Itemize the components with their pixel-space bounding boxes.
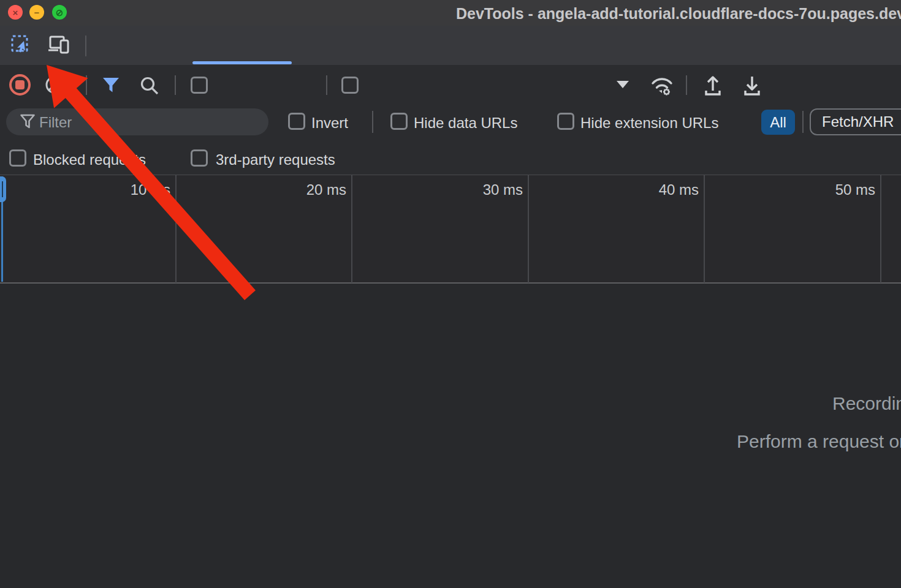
active-tab-indicator: [192, 61, 292, 64]
inspect-element-button[interactable]: [10, 34, 31, 58]
hide-extension-urls-label: Hide extension URLs: [580, 115, 718, 132]
timeline-gridline: [175, 175, 177, 283]
close-window-button[interactable]: ×: [8, 5, 23, 20]
blocked-requests-checkbox[interactable]: [9, 149, 26, 167]
download-icon: [741, 74, 763, 97]
export-har-button[interactable]: [741, 74, 763, 100]
timeline-tick-50ms: 50 ms: [783, 181, 875, 198]
toolbar-separator: [86, 75, 87, 95]
overview-drag-handle[interactable]: [0, 176, 6, 202]
blocked-requests-label: Blocked requests: [33, 151, 146, 168]
network-toolbar: Preserve log Disable cache No throttling: [0, 65, 901, 104]
record-stop-icon: [9, 74, 31, 96]
hide-extension-urls-checkbox[interactable]: [557, 113, 574, 130]
minimize-window-button[interactable]: −: [29, 5, 44, 20]
timeline-gridline: [528, 175, 529, 283]
devtools-window: × − ⊘ DevTools - angela-add-tutorial.clo…: [0, 0, 901, 588]
filterbar-separator: [802, 111, 804, 133]
handle-grip: [2, 181, 3, 197]
filter-toggle-button[interactable]: [102, 76, 120, 97]
toolbar-separator: [175, 75, 176, 95]
devtools-tabbar: Console Network Sources Performance Memo…: [0, 26, 901, 66]
filter-funnel-outline-icon: [20, 113, 36, 130]
titlebar: × − ⊘ DevTools - angela-add-tutorial.clo…: [0, 0, 901, 26]
filter-input[interactable]: [38, 110, 255, 135]
zoom-window-button[interactable]: ⊘: [52, 5, 67, 20]
stop-recording-button[interactable]: [9, 74, 31, 99]
preserve-log-checkbox[interactable]: [191, 77, 208, 94]
perform-request-hint-text: Perform a request or hit ⌘ R to record t…: [737, 431, 901, 452]
network-request-list-empty: Recording network activity… Perform a re…: [0, 284, 901, 588]
timeline-tick-30ms: 30 ms: [431, 181, 523, 198]
filter-funnel-icon: [102, 76, 120, 94]
close-icon: ×: [13, 8, 18, 17]
timeline-tick-10ms: 10 ms: [78, 181, 170, 198]
upload-icon: [702, 74, 724, 97]
timeline-gridline: [880, 175, 881, 283]
clear-network-log-button[interactable]: [45, 75, 64, 97]
search-button[interactable]: [139, 75, 160, 99]
hide-data-urls-checkbox[interactable]: [390, 113, 408, 130]
request-type-fetch-xhr-chip[interactable]: Fetch/XHR: [810, 108, 901, 135]
invert-label: Invert: [311, 115, 348, 132]
third-party-requests-label: 3rd-party requests: [216, 151, 335, 168]
filterbar-separator: [372, 111, 373, 133]
timeline-tick-20ms: 20 ms: [254, 181, 346, 198]
disable-cache-checkbox[interactable]: [341, 77, 359, 94]
chevron-down-icon: [617, 81, 629, 88]
timeline-gridline: [704, 175, 705, 283]
recording-status-text: Recording network activity…: [832, 393, 901, 414]
toolbar-separator: [686, 75, 687, 95]
toggle-device-toolbar-button[interactable]: [47, 35, 72, 57]
network-conditions-button[interactable]: [648, 72, 675, 100]
clear-icon: [45, 75, 64, 94]
window-title: DevTools - angela-add-tutorial.cloudflar…: [456, 5, 901, 23]
minimize-icon: −: [34, 8, 40, 17]
network-filter-bar-secondary: Blocked requests 3rd-party requests: [0, 140, 901, 175]
request-type-all-chip[interactable]: All: [761, 110, 795, 135]
import-har-button[interactable]: [702, 74, 724, 100]
third-party-requests-checkbox[interactable]: [191, 149, 208, 167]
inspect-cursor-icon: [10, 34, 31, 55]
search-icon: [139, 75, 160, 96]
tabbar-separator: [85, 36, 86, 56]
fullscreen-disabled-icon: ⊘: [56, 8, 64, 17]
network-conditions-icon: [648, 72, 675, 98]
device-toolbar-icon: [47, 35, 72, 55]
network-overview-timeline[interactable]: 10 ms 20 ms 30 ms 40 ms 50 ms: [0, 175, 901, 284]
network-filter-bar: Invert Hide data URLs Hide extension URL…: [0, 104, 901, 140]
toolbar-separator: [326, 75, 327, 95]
timeline-gridline: [351, 175, 352, 283]
invert-checkbox[interactable]: [288, 113, 305, 130]
hide-data-urls-label: Hide data URLs: [414, 115, 517, 132]
timeline-tick-40ms: 40 ms: [607, 181, 699, 198]
